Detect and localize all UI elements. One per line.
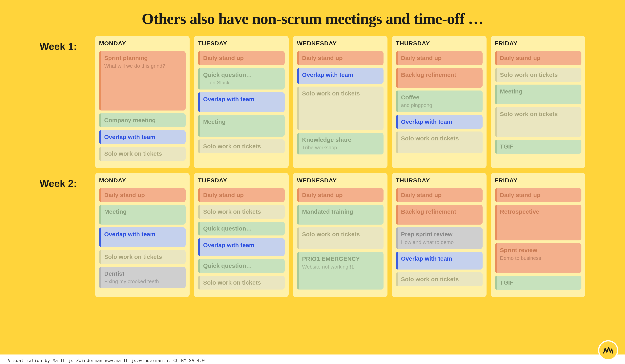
calendar-card: Solo work on tickets (198, 276, 284, 290)
day-name: WEDNESDAY (297, 177, 383, 184)
day-column: WEDNESDAYDaily stand upMandated training… (293, 173, 387, 297)
day-column: WEDNESDAYDaily stand upOverlap with team… (293, 36, 387, 168)
week-board: MONDAYSprint planningWhat will we do thi… (95, 36, 585, 168)
card-title: Overlap with team (104, 134, 182, 141)
slide-title: Others also have non-scrum meetings and … (40, 10, 585, 28)
card-subtitle: Website not working!!1 (302, 264, 379, 270)
calendar-card: Solo work on tickets (198, 139, 284, 153)
card-title: Quick question… (203, 262, 281, 269)
card-title: Daily stand up (302, 55, 379, 61)
card-title: Overlap with team (401, 119, 478, 125)
calendar-card: Company meeting (99, 113, 186, 127)
calendar-card: Solo work on tickets (99, 147, 186, 161)
calendar-card: Overlap with team (198, 92, 284, 112)
day-column: MONDAYSprint planningWhat will we do thi… (95, 36, 189, 168)
day-name: MONDAY (99, 177, 186, 184)
calendar-card: Solo work on tickets (396, 131, 482, 153)
card-title: Mandated training (302, 208, 379, 215)
card-title: Solo work on tickets (203, 208, 281, 215)
calendar-card: Retrospective (495, 205, 581, 241)
day-column: FRIDAYDaily stand upSolo work on tickets… (491, 36, 585, 168)
calendar-card: Overlap with team (198, 238, 284, 256)
day-name: THURSDAY (396, 40, 482, 47)
card-title: Meeting (104, 208, 182, 215)
calendar-card: Backlog refinement (396, 68, 482, 88)
card-subtitle: What will we do this grind? (104, 63, 182, 69)
calendar-card: Daily stand up (495, 188, 581, 202)
calendar-card: Coffeeand pingpong (396, 91, 482, 112)
card-subtitle: Tribe workshop (302, 144, 379, 151)
day-name: TUESDAY (198, 40, 284, 47)
calendar-card: Daily stand up (198, 51, 284, 65)
day-name: WEDNESDAY (297, 40, 383, 47)
calendar-card: Prep sprint reviewHow and what to demo (396, 227, 482, 249)
calendar-card: Solo work on tickets (198, 205, 284, 219)
calendar-card: Meeting (99, 205, 186, 225)
card-title: Knowledge share (302, 136, 379, 143)
calendar-card: Solo work on tickets (396, 272, 482, 286)
card-title: Overlap with team (203, 242, 281, 249)
calendar-card: Overlap with team (396, 252, 482, 270)
calendar-card: Overlap with team (99, 227, 186, 247)
card-title: Solo work on tickets (104, 150, 182, 157)
card-title: Solo work on tickets (104, 253, 182, 260)
card-subtitle: and pingpong (401, 102, 478, 109)
weeks-container: Week 1:MONDAYSprint planningWhat will we… (40, 36, 585, 297)
card-title: Dentist (104, 270, 182, 277)
author-logo-icon (599, 341, 617, 359)
calendar-card: Overlap with team (396, 115, 482, 129)
card-title: Overlap with team (401, 255, 478, 262)
card-title: Daily stand up (500, 55, 577, 61)
day-name: THURSDAY (396, 177, 482, 184)
day-column: TUESDAYDaily stand upSolo work on ticket… (194, 173, 288, 297)
calendar-card: Sprint reviewDemo to business (495, 243, 581, 273)
calendar-card: Overlap with team (297, 68, 383, 84)
calendar-card: PRIO1 EMERGENCYWebsite not working!!1 (297, 252, 383, 290)
calendar-card: Solo work on tickets (495, 68, 581, 82)
card-title: TGIF (500, 279, 577, 286)
calendar-card: Daily stand up (396, 51, 482, 65)
card-subtitle: How and what to demo (401, 239, 478, 245)
week-label: Week 1: (40, 36, 95, 52)
card-title: Solo work on tickets (401, 135, 478, 142)
calendar-card: Quick question… (198, 259, 284, 273)
card-title: Daily stand up (500, 192, 577, 199)
card-subtitle: Demo to business (500, 255, 577, 261)
card-title: Solo work on tickets (500, 71, 577, 78)
card-title: Sprint review (500, 247, 577, 254)
card-title: Overlap with team (203, 96, 281, 103)
card-title: Backlog refinement (401, 208, 478, 215)
day-column: MONDAYDaily stand upMeetingOverlap with … (95, 173, 189, 297)
calendar-card: Daily stand up (99, 188, 186, 202)
day-name: FRIDAY (495, 40, 581, 47)
card-title: Overlap with team (104, 231, 182, 238)
calendar-card: Quick question… (198, 222, 284, 236)
calendar-card: Daily stand up (198, 188, 284, 202)
card-title: Sprint planning (104, 55, 182, 61)
card-title: Daily stand up (401, 192, 478, 199)
day-name: TUESDAY (198, 177, 284, 184)
card-title: Prep sprint review (401, 231, 478, 238)
calendar-card: Quick question…… on Slack (198, 68, 284, 90)
card-title: PRIO1 EMERGENCY (302, 255, 379, 262)
week-board: MONDAYDaily stand upMeetingOverlap with … (95, 173, 585, 297)
day-column: THURSDAYDaily stand upBacklog refinement… (392, 36, 486, 168)
calendar-card: Knowledge shareTribe workshop (297, 133, 383, 154)
card-title: TGIF (500, 143, 577, 150)
card-title: Daily stand up (302, 192, 379, 199)
calendar-card: Solo work on tickets (99, 250, 186, 264)
calendar-card: Mandated training (297, 205, 383, 225)
card-title: Daily stand up (203, 55, 281, 61)
calendar-card: Solo work on tickets (495, 107, 581, 137)
day-column: FRIDAYDaily stand upRetrospectiveSprint … (491, 173, 585, 297)
calendar-card: Sprint planningWhat will we do this grin… (99, 51, 186, 111)
calendar-card: Solo work on tickets (297, 87, 383, 130)
week-label: Week 2: (40, 173, 95, 189)
card-title: Coffee (401, 94, 478, 101)
card-title: Meeting (203, 119, 281, 125)
card-title: Quick question… (203, 225, 281, 232)
card-title: Quick question… (203, 71, 281, 78)
calendar-card: Daily stand up (297, 51, 383, 65)
card-title: Solo work on tickets (302, 90, 379, 97)
card-title: Daily stand up (401, 55, 478, 61)
